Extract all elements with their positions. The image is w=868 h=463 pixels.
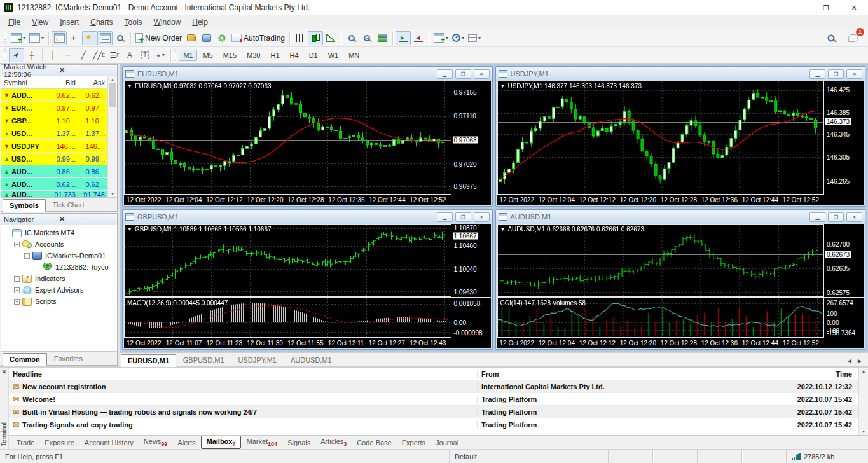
terminal-tab[interactable]: Trade [11, 438, 39, 448]
chart-restore-button[interactable]: ❐ [828, 69, 844, 79]
symbol-row[interactable]: ▼GBP... 1.10... 1.10... [1, 114, 107, 127]
navigator-tab[interactable]: Common [3, 353, 47, 366]
chart-plot-area[interactable]: ▼AUDUSD,M1 0.62668 0.62676 0.62661 0.626… [497, 224, 825, 297]
menu-item[interactable]: View [26, 17, 54, 28]
scroll-down-icon[interactable]: ▼ [862, 429, 866, 434]
crosshair-tool[interactable]: ┼ [24, 48, 39, 62]
terminal-tab[interactable]: Signals [282, 438, 315, 448]
indicator-axis[interactable]: 0.0018580.00-0.000998 [451, 298, 491, 338]
timeframe-button[interactable]: W1 [324, 50, 343, 61]
tree-item[interactable]: + Scripts [4, 296, 117, 307]
navigator-toggle[interactable] [82, 31, 97, 45]
timeframe-button[interactable]: M5 [198, 50, 217, 61]
tree-expander[interactable]: − [14, 242, 20, 247]
horizontal-line-tool[interactable]: ─ [60, 48, 76, 62]
new-order-button[interactable]: New Order [134, 31, 184, 45]
market-watch-scrollbar[interactable]: ▲ ▼ [107, 76, 117, 197]
tree-expander[interactable]: + [14, 299, 20, 305]
terminal-tab[interactable]: Code Base [352, 438, 396, 448]
periods-button[interactable]: ▾ [450, 31, 466, 45]
symbol-dropdown-icon[interactable]: ▼ [500, 83, 506, 89]
column-time[interactable]: Time [773, 370, 858, 378]
symbol-dropdown-icon[interactable]: ▼ [127, 226, 132, 232]
scroll-up-icon[interactable]: ▲ [111, 78, 115, 82]
symbol-row[interactable]: ▲USD... 1.37... 1.37... [1, 127, 107, 140]
toolbar-grip3[interactable] [174, 49, 176, 62]
market-watch-tab[interactable]: Symbols [3, 199, 46, 212]
indicator-plot-area[interactable]: CCI(14) 147.1528 Volumes 58 [497, 298, 825, 338]
price-axis[interactable]: 0.971550.971100.970630.970200.96975 [451, 81, 491, 195]
tree-item[interactable]: + Expert Advisors [4, 284, 117, 296]
mail-row[interactable]: New account registration International C… [9, 380, 858, 393]
chart-close-button[interactable]: ✕ [474, 212, 490, 222]
chart-close-button[interactable]: ✕ [846, 69, 862, 79]
metaeditor-button[interactable] [184, 31, 199, 45]
chart-tab[interactable]: USDJPY,M1 [231, 354, 284, 366]
tree-item[interactable]: − ICMarkets-Demo01 [4, 250, 117, 261]
chart-restore-button[interactable]: ❐ [455, 212, 471, 222]
chart-tab[interactable]: GBPUSD,M1 [176, 354, 231, 366]
terminal-close-icon[interactable]: ✕ [2, 368, 7, 375]
symbol-row[interactable]: ▲USD... 0.99... 0.99... [1, 153, 107, 165]
chart-plot-area[interactable]: ▼USDJPY,M1 146.377 146.393 146.373 146.3… [497, 81, 825, 195]
data-window-button[interactable] [67, 31, 82, 45]
tree-expander[interactable]: − [24, 253, 30, 259]
chart-close-button[interactable]: ✕ [474, 69, 490, 79]
timeframe-button[interactable]: M1 [179, 50, 197, 61]
chart-tab[interactable]: AUDUSD,M1 [284, 354, 339, 366]
terminal-tab[interactable]: Account History [79, 438, 139, 448]
price-axis[interactable]: 0.627000.626730.626350.62575 [824, 224, 864, 297]
terminal-tab[interactable]: Exposure [39, 438, 79, 448]
indicator-plot-area[interactable]: MACD(12,26,9) 0.000445 0.000447 [124, 298, 451, 338]
window-close-button[interactable] [840, 0, 868, 15]
mail-row[interactable]: Trading Signals and copy trading Trading… [9, 418, 858, 431]
menu-item[interactable]: Insert [54, 17, 85, 28]
symbol-dropdown-icon[interactable]: ▼ [127, 83, 132, 89]
tree-item[interactable]: − Accounts [4, 238, 117, 250]
scroll-down-icon[interactable]: ▼ [111, 191, 115, 196]
terminal-tab[interactable]: News99 [139, 436, 173, 448]
scroll-thumb[interactable] [109, 83, 116, 107]
market-watch-close-icon[interactable]: ✕ [57, 66, 114, 74]
tree-item[interactable]: + Indicators [4, 273, 117, 284]
menu-item[interactable]: Help [186, 17, 214, 28]
price-axis[interactable]: 146.425146.385146.373146.345146.305146.2… [824, 81, 864, 195]
terminal-tab[interactable]: Experts [397, 438, 431, 448]
terminal-tab[interactable]: Articles3 [315, 436, 352, 448]
navigator-close-icon[interactable]: ✕ [57, 215, 114, 223]
timeframe-button[interactable]: H1 [266, 50, 284, 61]
text-label-tool[interactable]: T [137, 48, 153, 62]
notifications-button[interactable]: 1 [845, 31, 860, 45]
tree-expander[interactable]: + [14, 287, 20, 293]
chart-minimize-button[interactable]: ▁ [437, 69, 453, 79]
indicator-axis[interactable]: 267.65741000.00-100-158.7364 [824, 298, 864, 338]
column-symbol[interactable]: Symbol [1, 79, 48, 86]
zoom-out-button[interactable]: − [359, 31, 375, 45]
chart-close-button[interactable]: ✕ [846, 212, 862, 222]
tree-item[interactable]: IC Markets MT4 [4, 227, 117, 238]
chart-minimize-button[interactable]: ▁ [809, 212, 825, 222]
zoom-in-button[interactable]: + [344, 31, 359, 45]
menu-item[interactable]: Tools [119, 17, 148, 28]
navigator-tab[interactable]: Favorites [47, 352, 90, 365]
terminal-tab[interactable]: Alerts [172, 438, 200, 448]
chart-shift-button[interactable] [411, 31, 426, 45]
timeframe-button[interactable]: M15 [219, 50, 241, 61]
chart-minimize-button[interactable]: ▁ [809, 69, 825, 79]
chart-window-titlebar[interactable]: AUDUSD,M1 ▁ ❐ ✕ [496, 210, 865, 224]
trendline-tool[interactable]: ╱ [76, 48, 91, 62]
tree-item[interactable]: 12132882: Toyco [4, 261, 117, 273]
candlestick-button[interactable] [308, 31, 323, 45]
chart-window-titlebar[interactable]: EURUSD,M1 ▁ ❐ ✕ [123, 67, 492, 81]
chart-minimize-button[interactable]: ▁ [437, 212, 453, 222]
new-chart-button[interactable]: ▾ [9, 31, 27, 45]
arrows-tool[interactable]: ✦▾ [153, 48, 168, 62]
timeframe-button[interactable]: H4 [286, 50, 303, 61]
symbol-dropdown-icon[interactable]: ▼ [500, 226, 506, 232]
window-minimize-button[interactable] [784, 0, 812, 15]
timeframe-button[interactable]: M30 [242, 50, 265, 61]
column-bid[interactable]: Bid [48, 79, 78, 86]
bar-chart-button[interactable] [293, 31, 308, 45]
chart-plot-area[interactable]: ▼EURUSD,M1 0.97032 0.97064 0.97027 0.970… [124, 81, 451, 195]
column-from[interactable]: From [477, 370, 773, 378]
